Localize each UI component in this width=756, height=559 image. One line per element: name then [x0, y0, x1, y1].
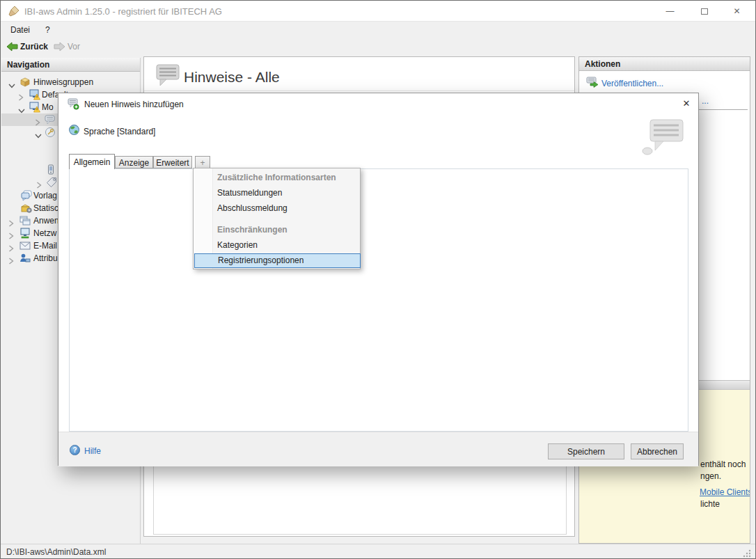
actions-header: Aktionen: [579, 57, 750, 71]
page-title: Hinweise - Alle: [184, 69, 280, 86]
add-info-context-menu: Zusätzliche Informationsarten Statusmeld…: [193, 168, 361, 269]
forward-arrow-icon: [54, 41, 65, 52]
monitor-warning-icon: [29, 102, 40, 113]
tree-item-hinweisgruppen[interactable]: Hinweisgruppen: [1, 76, 140, 88]
language-label: Sprache [Standard]: [84, 127, 155, 136]
publish-icon: [586, 77, 599, 88]
note-text-fragment: ngen.: [700, 471, 721, 481]
minimize-button[interactable]: —: [654, 1, 686, 22]
menu-bar: Datei ?: [1, 22, 755, 38]
save-button[interactable]: Speichern: [548, 443, 624, 459]
attributes-person-icon: [19, 253, 31, 264]
help-icon: ?: [70, 445, 80, 455]
email-icon: [19, 240, 31, 251]
hidden-action-fragment[interactable]: ...: [702, 96, 709, 106]
tab-erweitert[interactable]: Erweitert: [153, 156, 192, 168]
network-icon: [19, 228, 31, 239]
back-arrow-icon: [6, 41, 18, 52]
hinweis-large-icon: [642, 118, 685, 157]
add-tab-button[interactable]: +: [195, 156, 210, 168]
navigation-header: Navigation: [1, 58, 140, 72]
dialog-title: Neuen Hinweis hinzufügen: [84, 100, 184, 109]
app-window: IBI-aws Admin 1.25.0 - registriert für I…: [0, 0, 756, 559]
toolbar: Zurück Vor: [1, 38, 755, 56]
maximize-icon: [701, 8, 708, 15]
close-button[interactable]: ✕: [721, 1, 753, 22]
app-icon: [8, 6, 19, 17]
help-link[interactable]: Hilfe: [84, 446, 101, 456]
note-text-fragment: lichte: [700, 499, 720, 509]
notice-groups-icon: [19, 77, 31, 88]
notice-bubble-icon: [45, 114, 56, 125]
header-divider: [144, 90, 574, 91]
add-notice-icon: [68, 98, 79, 110]
window-title: IBI-aws Admin 1.25.0 - registriert für I…: [24, 6, 222, 17]
title-bar: IBI-aws Admin 1.25.0 - registriert für I…: [1, 1, 755, 22]
publish-link[interactable]: Veröffentlichen...: [601, 79, 663, 88]
menu-item-abschlussmeldung[interactable]: Abschlussmeldung: [194, 203, 360, 215]
menu-datei[interactable]: Datei: [10, 25, 30, 35]
chevron-right-icon[interactable]: [8, 255, 14, 267]
add-notice-dialog: Neuen Hinweis hinzufügen ✕ Sprache [Stan…: [58, 93, 699, 466]
status-bar: D:\IBI-aws\Admin\Data.xml: [1, 544, 755, 559]
statistics-icon: [21, 203, 32, 214]
forward-button[interactable]: Vor: [68, 42, 80, 52]
back-button[interactable]: Zurück: [20, 42, 48, 52]
menu-help[interactable]: ?: [45, 25, 50, 35]
menu-header-einschraenkungen: Einschränkungen: [194, 225, 360, 237]
cancel-button[interactable]: Abbrechen: [631, 443, 684, 459]
menu-item-statusmeldungen[interactable]: Statusmeldungen: [194, 188, 360, 200]
menu-item-kategorien[interactable]: Kategorien: [194, 240, 360, 252]
tag-icon: [46, 177, 57, 188]
dialog-footer: ? Hilfe Speichern Abbrechen: [58, 432, 698, 466]
maximize-button[interactable]: [689, 1, 720, 22]
templates-icon: [21, 190, 32, 201]
tab-allgemein[interactable]: Allgemein: [69, 154, 115, 169]
note-text-fragment: enthält noch: [700, 459, 746, 469]
menu-item-registrierungsoptionen[interactable]: Registrierungsoptionen: [194, 253, 361, 268]
phone-icon: [45, 164, 56, 175]
key-icon: [45, 127, 56, 138]
monitor-warning-icon: [29, 89, 40, 100]
tab-anzeige[interactable]: Anzeige: [115, 156, 153, 168]
mobile-clients-link[interactable]: Mobile Clients: [700, 487, 750, 497]
chevron-down-icon[interactable]: [35, 129, 42, 141]
dialog-close-button[interactable]: ✕: [679, 97, 693, 110]
resize-grip[interactable]: [742, 549, 751, 558]
tab-content-allgemein: [69, 168, 688, 432]
hinweise-header-icon: [154, 64, 180, 88]
globe-icon: [68, 124, 80, 136]
menu-header-informationsarten: Zusätzliche Informationsarten: [194, 173, 360, 184]
applications-icon: [19, 215, 31, 226]
status-file-path: D:\IBI-aws\Admin\Data.xml: [6, 547, 106, 557]
